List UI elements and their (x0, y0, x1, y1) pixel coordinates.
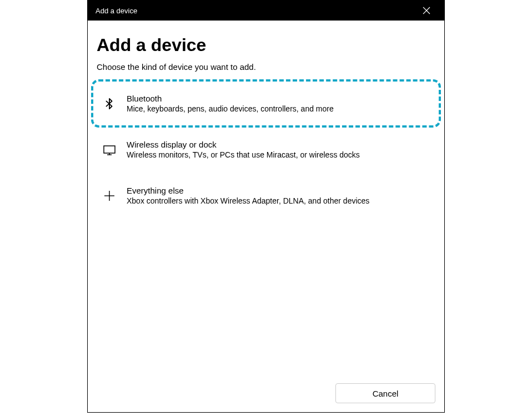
close-icon (423, 7, 430, 14)
dialog-content: Add a device Choose the kind of device y… (88, 21, 444, 374)
option-everything-else[interactable]: Everything else Xbox controllers with Xb… (97, 173, 435, 219)
option-text: Bluetooth Mice, keyboards, pens, audio d… (127, 94, 334, 113)
title-bar-text: Add a device (96, 7, 137, 15)
option-bluetooth[interactable]: Bluetooth Mice, keyboards, pens, audio d… (97, 80, 435, 126)
close-button[interactable] (416, 1, 436, 21)
plus-icon (102, 189, 117, 203)
bluetooth-icon (102, 97, 117, 111)
page-subheading: Choose the kind of device you want to ad… (97, 62, 435, 72)
add-device-dialog: Add a device Add a device Choose the kin… (87, 0, 445, 413)
title-bar: Add a device (88, 1, 444, 21)
option-description: Wireless monitors, TVs, or PCs that use … (127, 150, 360, 159)
option-text: Everything else Xbox controllers with Xb… (127, 186, 369, 205)
option-title: Bluetooth (127, 94, 334, 103)
option-title: Wireless display or dock (127, 140, 360, 149)
option-title: Everything else (127, 186, 369, 195)
page-heading: Add a device (97, 35, 435, 55)
svg-rect-2 (104, 146, 115, 153)
option-text: Wireless display or dock Wireless monito… (127, 140, 360, 159)
monitor-icon (102, 143, 117, 157)
option-description: Xbox controllers with Xbox Wireless Adap… (127, 196, 369, 205)
option-description: Mice, keyboards, pens, audio devices, co… (127, 104, 334, 113)
option-wireless-display[interactable]: Wireless display or dock Wireless monito… (97, 126, 435, 173)
dialog-footer: Cancel (88, 374, 444, 412)
cancel-button[interactable]: Cancel (335, 383, 435, 403)
